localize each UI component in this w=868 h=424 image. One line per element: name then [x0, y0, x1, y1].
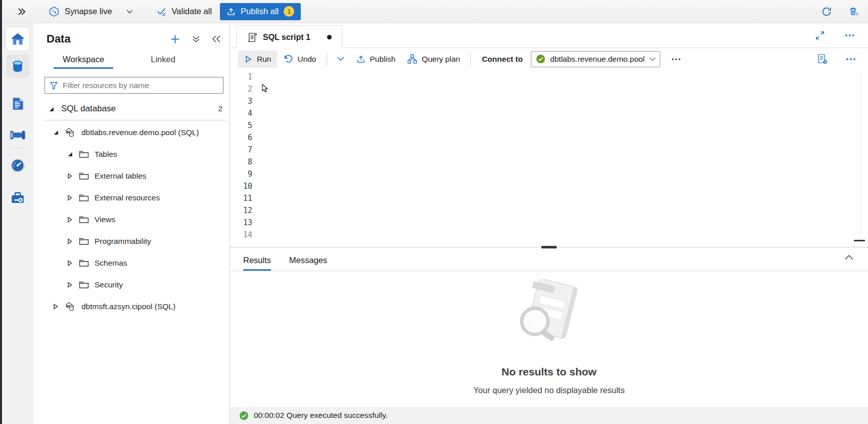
publish-all-label: Publish all	[241, 7, 279, 16]
nav-home-button[interactable]	[6, 27, 29, 51]
no-results-illustration	[230, 279, 868, 353]
panel-title: Data	[47, 32, 170, 46]
document-title: SQL script 1	[263, 33, 310, 42]
filter-placeholder: Filter resources by name	[63, 81, 149, 90]
chevron-collapsed-icon[interactable]	[67, 238, 73, 244]
tree-item-dbtlabs-revenue-demo-pool-sql[interactable]: dbtlabs.revenue.demo.pool (SQL)	[33, 121, 230, 143]
left-nav-rail	[2, 23, 33, 424]
folder-icon	[79, 172, 89, 180]
tab-workspace[interactable]: Workspace	[54, 52, 113, 69]
code-line-12[interactable]: 12	[230, 204, 868, 217]
tree-item-views[interactable]: Views	[33, 208, 230, 230]
chevron-expanded-icon[interactable]	[49, 106, 54, 112]
chevron-down-icon[interactable]	[126, 10, 133, 14]
tree-item-security[interactable]: Security	[33, 274, 230, 295]
selected-pool-name: dbtlabs.revenue.demo.pool	[550, 55, 645, 64]
collapse-panel-icon[interactable]	[212, 35, 220, 43]
topbar-right-icons	[821, 6, 859, 17]
code-area: 1234567891011121314	[230, 71, 868, 241]
tree-items: dbtlabs.revenue.demo.pool (SQL)TablesExt…	[33, 121, 230, 317]
editor-scrollbar[interactable]	[860, 72, 860, 244]
filter-input[interactable]: Filter resources by name	[44, 77, 223, 94]
code-line-11[interactable]: 11	[230, 192, 868, 204]
discard-all-icon[interactable]	[848, 6, 859, 17]
tree-section-sql-database[interactable]: SQL database 2	[33, 99, 230, 119]
line-number: 10	[230, 182, 256, 191]
chevron-down-icon	[649, 57, 656, 61]
line-number: 8	[230, 157, 256, 166]
nav-data-button[interactable]	[6, 55, 29, 78]
more-actions-icon[interactable]	[845, 34, 855, 37]
tab-results[interactable]: Results	[243, 256, 271, 271]
tab-sql-script-1[interactable]: SQL script 1	[236, 25, 342, 49]
code-line-10[interactable]: 10	[230, 180, 868, 192]
publish-label: Publish	[370, 55, 396, 64]
add-resource-icon[interactable]	[170, 34, 180, 44]
line-number: 7	[230, 145, 256, 154]
empty-state-subtitle: Your query yielded no displayable result…	[230, 386, 868, 395]
tree-item-dbtmsft-azsyn-cipool-sql[interactable]: dbtmsft.azsyn.cipool (SQL)	[33, 295, 230, 317]
undo-button[interactable]: Undo	[277, 50, 322, 68]
expand-editor-icon[interactable]	[815, 31, 825, 40]
chevron-collapsed-icon[interactable]	[67, 173, 73, 179]
code-line-2[interactable]: 2	[230, 83, 868, 95]
collapse-all-icon[interactable]	[192, 35, 200, 43]
chevron-collapsed-icon[interactable]	[67, 282, 73, 288]
run-button[interactable]: Run	[238, 51, 277, 68]
tab-messages[interactable]: Messages	[289, 256, 327, 271]
double-chevron-right-icon[interactable]	[17, 8, 26, 16]
code-line-9[interactable]: 9	[230, 168, 868, 180]
data-explorer-panel: Data Workspace Linked Filter resources	[33, 23, 230, 424]
nav-integrate-button[interactable]	[6, 123, 29, 147]
toolbar-divider	[327, 53, 327, 66]
pool-icon	[65, 127, 76, 138]
filter-funnel-icon	[50, 81, 58, 90]
chevron-collapsed-icon[interactable]	[53, 304, 59, 310]
tree-item-external-resources[interactable]: External resources	[33, 187, 230, 208]
chevron-expanded-icon[interactable]	[67, 151, 73, 157]
undo-redo-chevron[interactable]	[331, 53, 350, 65]
tree-item-schemas[interactable]: Schemas	[33, 252, 230, 274]
chevron-collapsed-icon[interactable]	[67, 217, 73, 223]
code-line-1[interactable]: 1	[230, 71, 868, 83]
code-line-4[interactable]: 4	[230, 107, 868, 119]
tree-item-programmability[interactable]: Programmability	[33, 230, 230, 252]
chevron-collapsed-icon[interactable]	[67, 195, 73, 201]
refresh-icon[interactable]	[821, 6, 832, 17]
editor-more-icon[interactable]	[846, 58, 856, 61]
code-line-3[interactable]: 3	[230, 95, 868, 107]
chevron-collapsed-icon[interactable]	[67, 260, 73, 266]
nav-develop-button[interactable]	[6, 92, 29, 115]
nav-monitor-button[interactable]	[6, 154, 29, 177]
tree-item-label: dbtmsft.azsyn.cipool (SQL)	[81, 302, 175, 311]
connected-check-icon	[536, 54, 545, 64]
toolbar-more-icon[interactable]	[671, 58, 681, 61]
code-editor[interactable]: 1234567891011121314	[230, 70, 868, 247]
tree-item-label: External resources	[95, 193, 160, 202]
code-line-13[interactable]: 13	[230, 217, 868, 229]
tree-item-tables[interactable]: Tables	[33, 143, 230, 165]
nav-manage-button[interactable]	[6, 186, 29, 209]
publish-all-button[interactable]: Publish all 1	[220, 3, 301, 20]
collapse-results-icon[interactable]	[844, 255, 854, 260]
code-line-7[interactable]: 7	[230, 144, 868, 156]
scrollbar-marker	[854, 240, 865, 241]
properties-panel-icon[interactable]	[817, 54, 828, 64]
results-tabs: Results Messages	[230, 247, 868, 271]
tab-linked[interactable]: Linked	[142, 52, 185, 69]
pool-selector-dropdown[interactable]: dbtlabs.revenue.demo.pool	[531, 51, 660, 67]
tree-item-external-tables[interactable]: External tables	[33, 165, 230, 187]
chevron-expanded-icon[interactable]	[53, 130, 59, 135]
line-number: 12	[230, 206, 256, 215]
line-number: 2	[230, 84, 256, 94]
query-plan-button[interactable]: Query plan	[401, 50, 466, 68]
code-line-5[interactable]: 5	[230, 119, 868, 132]
code-line-8[interactable]: 8	[230, 156, 868, 168]
branch-mode-selector[interactable]: Synapse live	[49, 6, 133, 17]
validate-all-button[interactable]: Validate all	[156, 6, 212, 17]
tree-item-label: Security	[95, 280, 123, 289]
publish-button[interactable]: Publish	[350, 51, 402, 68]
toolbox-icon	[10, 190, 25, 205]
code-line-14[interactable]: 14	[230, 229, 868, 241]
code-line-6[interactable]: 6	[230, 132, 868, 144]
